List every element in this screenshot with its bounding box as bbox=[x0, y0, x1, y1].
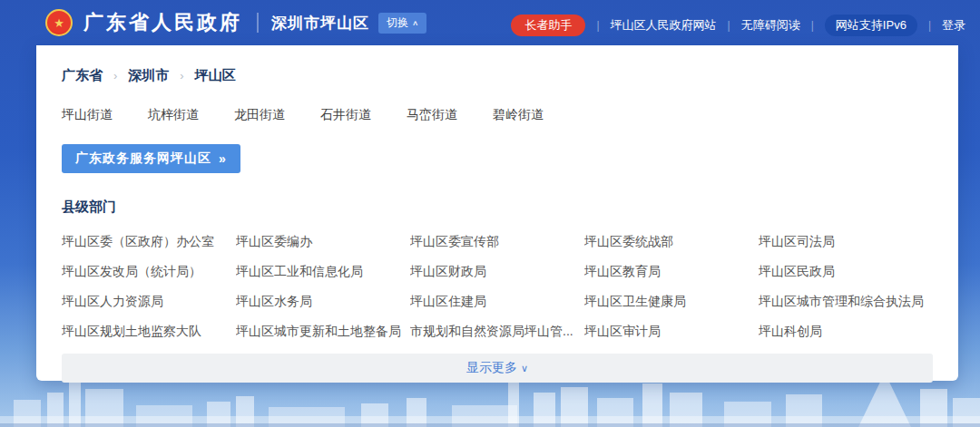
department-link[interactable]: 市规划和自然资源局坪山管... bbox=[410, 322, 584, 340]
department-link[interactable]: 坪山区水务局 bbox=[236, 292, 410, 310]
department-link[interactable]: 坪山科创局 bbox=[759, 322, 933, 340]
nav-link-accessibility[interactable]: 无障碍阅读 bbox=[741, 17, 800, 34]
department-link[interactable]: 坪山区委编办 bbox=[236, 232, 410, 250]
site-title[interactable]: 广东省人民政府 bbox=[83, 9, 242, 36]
gov-service-button-label: 广东政务服务网坪山区 bbox=[75, 150, 211, 167]
street-tab-maluan[interactable]: 马峦街道 bbox=[407, 107, 457, 123]
department-link[interactable]: 坪山区发改局（统计局） bbox=[62, 262, 236, 280]
district-selector-panel: 广东省 › 深圳市 › 坪山区 坪山街道 坑梓街道 龙田街道 石井街道 马峦街道… bbox=[36, 45, 958, 381]
department-link[interactable]: 坪山区人力资源局 bbox=[62, 292, 236, 310]
caret-up-icon: ∧ bbox=[412, 19, 418, 27]
department-link[interactable]: 坪山区规划土地监察大队 bbox=[62, 322, 236, 340]
header-divider bbox=[257, 13, 259, 33]
chevron-right-icon: › bbox=[180, 69, 183, 82]
nav-link-gov-site[interactable]: 坪山区人民政府网站 bbox=[611, 17, 717, 34]
show-more-label: 显示更多 bbox=[466, 360, 517, 376]
department-link[interactable]: 坪山区工业和信息化局 bbox=[236, 262, 410, 280]
elder-helper-badge[interactable]: 长者助手 bbox=[511, 15, 585, 36]
nav-separator: | bbox=[596, 19, 599, 32]
national-emblem-icon: ★ bbox=[45, 9, 73, 36]
street-tab-kengzi[interactable]: 坑梓街道 bbox=[148, 107, 199, 123]
breadcrumb-province[interactable]: 广东省 bbox=[62, 67, 103, 84]
department-link[interactable]: 坪山区委（区政府）办公室 bbox=[62, 232, 236, 250]
nav-separator: | bbox=[728, 19, 730, 32]
street-tabs: 坪山街道 坑梓街道 龙田街道 石井街道 马峦街道 碧岭街道 bbox=[62, 107, 933, 124]
current-district-label: 深圳市坪山区 bbox=[271, 13, 369, 34]
department-link[interactable]: 坪山区教育局 bbox=[584, 262, 759, 280]
gov-service-portal-button[interactable]: 广东政务服务网坪山区 » bbox=[62, 144, 240, 173]
show-more-button[interactable]: 显示更多 ∨ bbox=[62, 354, 933, 383]
department-link[interactable]: 坪山区住建局 bbox=[410, 292, 584, 310]
street-tab-shijing[interactable]: 石井街道 bbox=[320, 107, 371, 123]
ipv6-support-badge[interactable]: 网站支持IPv6 bbox=[825, 15, 917, 36]
department-link[interactable]: 坪山区民政局 bbox=[759, 262, 933, 280]
street-tab-biling[interactable]: 碧岭街道 bbox=[493, 107, 544, 123]
chevron-down-icon: ∨ bbox=[521, 363, 528, 374]
district-switch-button[interactable]: 切换 ∧ bbox=[378, 13, 426, 34]
nav-separator: | bbox=[811, 19, 814, 32]
department-link[interactable]: 坪山区财政局 bbox=[410, 262, 584, 280]
nav-separator: | bbox=[928, 19, 931, 32]
breadcrumb: 广东省 › 深圳市 › 坪山区 bbox=[62, 67, 933, 84]
chevron-right-icon: › bbox=[113, 69, 117, 82]
switch-button-label: 切换 bbox=[387, 15, 408, 31]
department-link[interactable]: 坪山区城市管理和综合执法局 bbox=[759, 292, 933, 310]
breadcrumb-city[interactable]: 深圳市 bbox=[128, 67, 169, 84]
section-title-county-departments: 县级部门 bbox=[62, 199, 933, 216]
double-arrow-right-icon: » bbox=[219, 151, 227, 166]
department-link[interactable]: 坪山区卫生健康局 bbox=[584, 292, 759, 310]
department-link-grid: 坪山区委（区政府）办公室 坪山区委编办 坪山区委宣传部 坪山区委统战部 坪山区司… bbox=[62, 232, 933, 340]
street-tab-pingshan[interactable]: 坪山街道 bbox=[62, 107, 113, 123]
department-link[interactable]: 坪山区委统战部 bbox=[584, 232, 759, 250]
department-link[interactable]: 坪山区城市更新和土地整备局 bbox=[236, 322, 410, 340]
department-link[interactable]: 坪山区司法局 bbox=[759, 232, 933, 250]
street-tab-longtian[interactable]: 龙田街道 bbox=[234, 107, 285, 123]
login-link[interactable]: 登录 bbox=[942, 17, 965, 34]
department-link[interactable]: 坪山区审计局 bbox=[584, 322, 759, 340]
breadcrumb-district[interactable]: 坪山区 bbox=[195, 67, 236, 84]
department-link[interactable]: 坪山区委宣传部 bbox=[410, 232, 584, 250]
utility-nav: 长者助手 | 坪山区人民政府网站 | 无障碍阅读 | 网站支持IPv6 | 登录 bbox=[511, 0, 965, 45]
